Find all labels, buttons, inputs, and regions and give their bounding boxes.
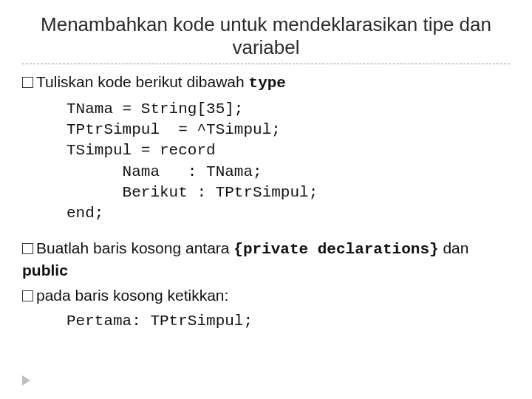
bullet-2: Buatlah baris kosong antara {private dec… <box>22 238 510 282</box>
code-l4: Nama : TNama; <box>66 163 262 180</box>
code2-l1: Pertama: TPtrSimpul; <box>66 313 253 330</box>
bullet-3: pada baris kosong ketikkan: <box>22 285 510 306</box>
bullet-2-mid: dan <box>439 239 469 256</box>
code-block-1: TNama = String[35]; TPtrSimpul = ^TSimpu… <box>66 99 510 225</box>
token-public: public <box>22 262 68 279</box>
square-bullet-icon <box>22 77 33 88</box>
bullet-1: Tuliskan kode berikut dibawah type <box>22 72 510 94</box>
code-l5: Berikut : TPtrSimpul; <box>66 184 318 201</box>
token-private: {private declarations} <box>233 241 438 258</box>
code-block-2: Pertama: TPtrSimpul; <box>66 311 510 332</box>
code-l6: end; <box>66 205 103 222</box>
content: Tuliskan kode berikut dibawah type TNama… <box>22 72 510 332</box>
code-l3: TSimpul = record <box>66 142 216 159</box>
square-bullet-icon <box>22 243 33 254</box>
code-l2: TPtrSimpul = ^TSimpul; <box>66 121 281 138</box>
bullet-2-text: Buatlah baris kosong antara <box>36 239 233 256</box>
title-divider <box>22 64 510 64</box>
bullet-1-text: Tuliskan kode berikut dibawah <box>36 73 249 90</box>
corner-arrow-icon <box>22 375 30 389</box>
bullet-3-text: pada baris kosong ketikkan: <box>36 287 228 304</box>
code-l1: TNama = String[35]; <box>66 100 243 117</box>
keyword-type: type <box>249 75 286 92</box>
square-bullet-icon <box>22 290 33 301</box>
slide-title: Menambahkan kode untuk mendeklarasikan t… <box>22 13 510 59</box>
